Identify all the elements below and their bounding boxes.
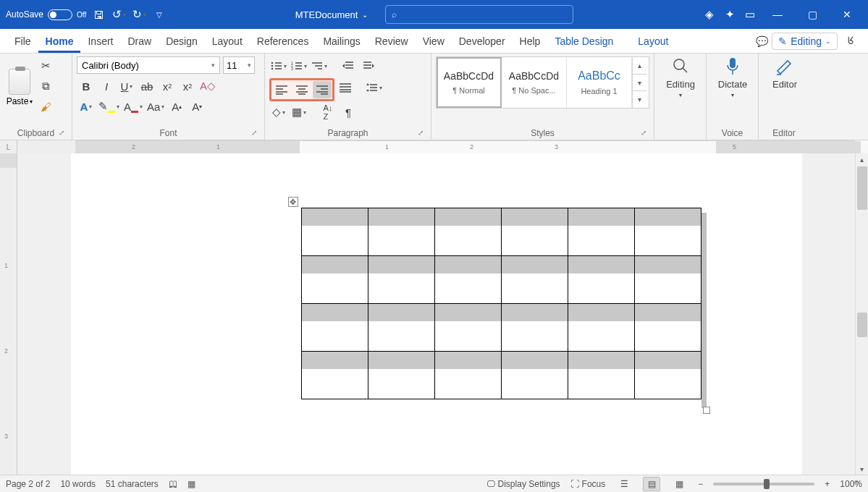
editing-button[interactable]: Editing ▾ xyxy=(659,56,702,98)
comments-button[interactable]: 💬 xyxy=(751,32,772,51)
dictate-button[interactable]: Dictate ▾ xyxy=(711,56,754,98)
inserted-table[interactable] xyxy=(301,208,701,399)
shrink-font-button[interactable]: A▾ xyxy=(187,97,206,116)
copy-button[interactable]: ⧉ xyxy=(36,77,55,96)
share-button[interactable]: ᖉ xyxy=(840,32,861,51)
diamond-icon[interactable]: ◈ xyxy=(701,7,717,22)
font-launcher[interactable]: ⤢ xyxy=(251,129,257,137)
spellcheck-icon[interactable]: 🕮 xyxy=(169,479,177,489)
horizontal-ruler[interactable]: 2 1 1 2 3 5 xyxy=(75,140,855,153)
styles-launcher[interactable]: ⤢ xyxy=(641,129,646,137)
table-move-handle[interactable]: ✥ xyxy=(288,197,298,207)
doc-menu-chevron-icon[interactable]: ⌄ xyxy=(362,11,368,19)
text-effects-button[interactable]: A xyxy=(77,97,96,116)
focus-button[interactable]: ⛶Focus xyxy=(570,479,606,489)
show-marks-button[interactable]: ¶ xyxy=(339,103,358,122)
qat-customize-icon[interactable]: ▽ xyxy=(151,7,167,22)
highlight-button[interactable]: ✎ xyxy=(97,97,121,116)
align-center-button[interactable] xyxy=(292,81,311,98)
paste-button[interactable]: Paste▾ xyxy=(4,56,35,116)
vertical-scrollbar[interactable]: ▴ ▾ xyxy=(855,153,868,475)
minimize-button[interactable]: ― xyxy=(762,3,793,26)
scroll-thumb[interactable] xyxy=(857,166,867,210)
font-color-button[interactable]: A xyxy=(122,97,144,116)
undo-icon[interactable]: ↺ xyxy=(111,7,127,22)
tab-references[interactable]: References xyxy=(250,29,316,53)
tab-table-layout[interactable]: Layout xyxy=(631,29,675,53)
scroll-down-button[interactable]: ▾ xyxy=(856,463,868,475)
format-painter-button[interactable]: 🖌 xyxy=(36,97,55,116)
scroll-up-button[interactable]: ▴ xyxy=(856,153,868,165)
vertical-ruler[interactable]: 1 2 3 xyxy=(0,153,17,475)
tab-home[interactable]: Home xyxy=(38,29,81,53)
increase-indent-button[interactable] xyxy=(359,56,378,75)
gallery-down-button[interactable]: ▾ xyxy=(633,75,646,92)
decrease-indent-button[interactable] xyxy=(339,56,358,75)
scroll-thumb-2[interactable] xyxy=(857,313,867,337)
editing-mode-button[interactable]: ✎ Editing ⌄ xyxy=(772,33,838,50)
print-layout-button[interactable]: ▤ xyxy=(643,477,660,491)
editor-button[interactable]: Editor xyxy=(763,56,806,90)
italic-button[interactable]: I xyxy=(97,77,116,96)
table-resize-handle[interactable] xyxy=(703,407,710,414)
search-box[interactable]: ⌕ xyxy=(385,5,573,24)
clipboard-launcher[interactable]: ⤢ xyxy=(59,129,64,137)
multilevel-list-button[interactable] xyxy=(310,56,329,75)
paragraph-launcher[interactable]: ⤢ xyxy=(418,129,424,137)
justify-button[interactable] xyxy=(336,78,355,97)
read-mode-button[interactable]: ☰ xyxy=(615,477,633,491)
macro-icon[interactable]: ▦ xyxy=(187,479,195,489)
zoom-in-button[interactable]: + xyxy=(825,479,830,489)
coming-soon-icon[interactable]: ✦ xyxy=(722,7,738,22)
document-title[interactable]: MTEDocument xyxy=(295,9,358,20)
web-layout-button[interactable]: ▦ xyxy=(670,477,688,491)
cut-button[interactable]: ✂ xyxy=(36,56,55,75)
tab-help[interactable]: Help xyxy=(513,29,548,53)
ribbon-display-icon[interactable]: ▭ xyxy=(742,7,758,22)
save-icon[interactable]: 🖫 xyxy=(90,7,106,22)
redo-icon[interactable]: ↻ xyxy=(131,7,147,22)
maximize-button[interactable]: ▢ xyxy=(797,3,827,26)
shading-button[interactable]: ◇ xyxy=(269,103,288,122)
tab-table-design[interactable]: Table Design xyxy=(547,29,620,53)
gallery-more-button[interactable]: ▾ xyxy=(633,91,646,108)
numbering-button[interactable]: 123 xyxy=(290,56,308,75)
tab-view[interactable]: View xyxy=(416,29,452,53)
zoom-slider[interactable] xyxy=(713,483,814,485)
style-no-spacing[interactable]: AaBbCcDd ¶ No Spac... xyxy=(502,57,567,108)
styles-gallery[interactable]: AaBbCcDd ¶ Normal AaBbCcDd ¶ No Spac... … xyxy=(436,56,649,109)
style-normal[interactable]: AaBbCcDd ¶ Normal xyxy=(437,57,502,108)
bold-button[interactable]: B xyxy=(77,77,96,96)
collapse-ribbon-button[interactable]: ⌃ xyxy=(854,479,861,489)
document-canvas[interactable]: ✥ xyxy=(17,153,855,475)
style-heading1[interactable]: AaBbCc Heading 1 xyxy=(567,57,632,108)
strikethrough-button[interactable]: ab xyxy=(138,77,156,96)
tab-layout[interactable]: Layout xyxy=(205,29,250,53)
clear-formatting-button[interactable]: A◇ xyxy=(198,77,217,96)
word-count[interactable]: 10 words xyxy=(60,479,96,489)
borders-button[interactable]: ▦ xyxy=(290,103,308,122)
line-spacing-button[interactable] xyxy=(365,78,384,97)
align-left-button[interactable] xyxy=(272,81,291,98)
tab-insert[interactable]: Insert xyxy=(80,29,120,53)
sort-button[interactable]: A↓Z xyxy=(319,103,337,122)
superscript-button[interactable]: x2 xyxy=(178,77,197,96)
subscript-button[interactable]: x2 xyxy=(158,77,177,96)
character-count[interactable]: 51 characters xyxy=(106,479,159,489)
tab-design[interactable]: Design xyxy=(159,29,205,53)
display-settings-button[interactable]: 🖵Display Settings xyxy=(486,479,560,489)
autosave-toggle[interactable]: AutoSave Off xyxy=(6,9,86,20)
change-case-button[interactable]: Aa xyxy=(146,97,166,116)
tab-review[interactable]: Review xyxy=(368,29,416,53)
zoom-out-button[interactable]: − xyxy=(698,479,703,489)
tab-file[interactable]: File xyxy=(7,29,38,53)
close-button[interactable]: ✕ xyxy=(832,3,862,26)
tab-developer[interactable]: Developer xyxy=(452,29,513,53)
gallery-up-button[interactable]: ▴ xyxy=(633,57,646,75)
font-size-select[interactable]: 11▾ xyxy=(223,56,255,74)
font-name-select[interactable]: Calibri (Body)▾ xyxy=(77,56,220,74)
bullets-button[interactable] xyxy=(269,56,288,75)
align-right-button[interactable] xyxy=(313,81,332,98)
underline-button[interactable]: U xyxy=(117,77,136,96)
tab-draw[interactable]: Draw xyxy=(120,29,159,53)
